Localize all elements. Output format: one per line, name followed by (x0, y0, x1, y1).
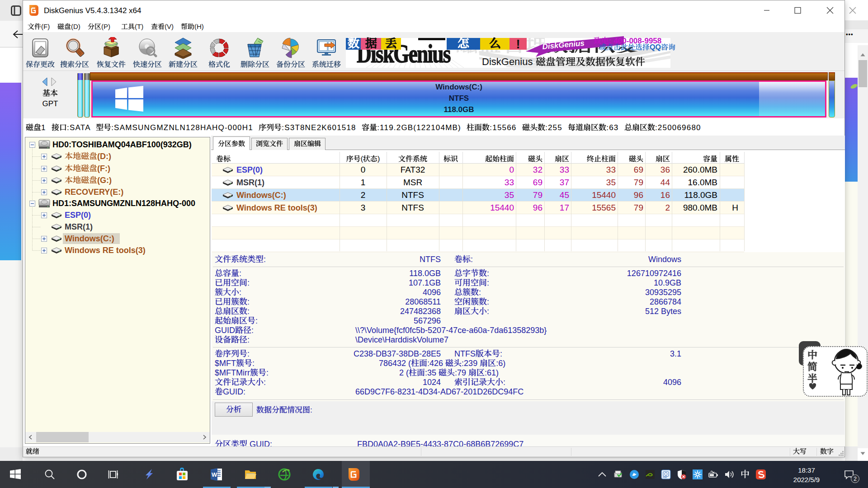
svg-text:intel: intel (663, 476, 667, 479)
svg-text:DiskGenius: DiskGenius (542, 39, 585, 51)
svg-text:W: W (212, 471, 217, 478)
